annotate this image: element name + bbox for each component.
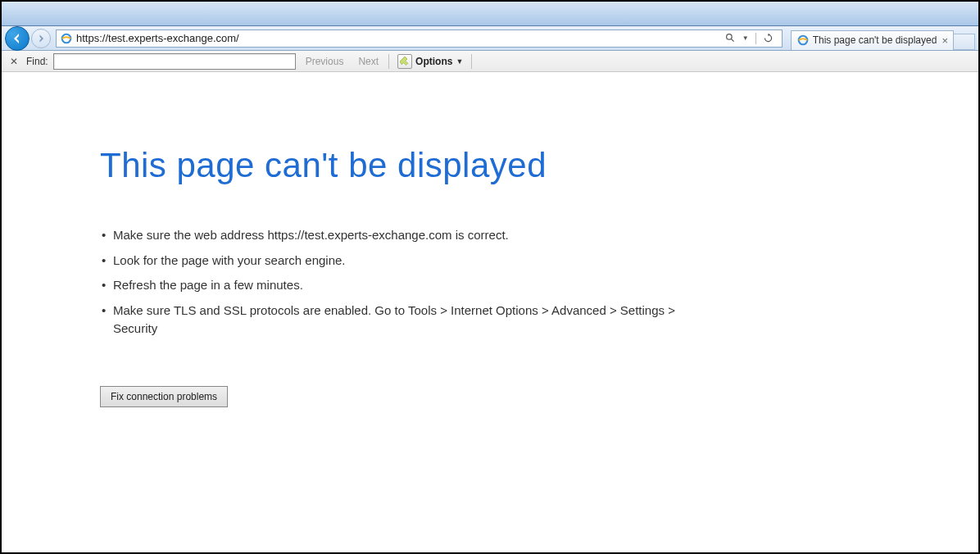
- search-dropdown-icon[interactable]: ▼: [742, 34, 749, 42]
- options-label: Options: [415, 56, 452, 67]
- forward-button[interactable]: [31, 29, 51, 48]
- find-previous-button[interactable]: Previous: [301, 56, 349, 67]
- error-suggestion-list: Make sure the web address https://test.e…: [100, 226, 690, 338]
- list-item: Refresh the page in a few minutes.: [100, 276, 690, 295]
- navigation-bar: https://test.experts-exchange.com/ ▼ Thi…: [2, 26, 978, 51]
- svg-point-1: [726, 34, 732, 40]
- url-text[interactable]: https://test.experts-exchange.com/: [76, 32, 720, 44]
- close-icon[interactable]: ✕: [7, 56, 21, 67]
- error-heading: This page can't be displayed: [100, 146, 978, 185]
- tab-current[interactable]: This page can't be displayed ×: [791, 30, 954, 50]
- separator: [471, 54, 472, 69]
- svg-line-2: [731, 39, 733, 41]
- close-icon[interactable]: ×: [941, 34, 948, 47]
- list-item: Look for the page with your search engin…: [100, 252, 690, 270]
- list-item: Make sure the web address https://test.e…: [100, 226, 690, 245]
- refresh-icon[interactable]: [763, 33, 774, 43]
- address-bar[interactable]: https://test.experts-exchange.com/ ▼: [56, 30, 783, 48]
- find-input[interactable]: [53, 53, 296, 70]
- highlight-icon: [397, 54, 412, 69]
- separator: [388, 54, 389, 69]
- find-bar: ✕ Find: Previous Next Options ▼: [2, 51, 978, 72]
- page-content: This page can't be displayed Make sure t…: [2, 72, 978, 552]
- find-options-button[interactable]: Options ▼: [394, 54, 466, 69]
- chevron-down-icon: ▼: [456, 57, 463, 66]
- window-title-bar: [2, 2, 978, 26]
- tab-strip: This page can't be displayed ×: [791, 27, 975, 50]
- back-button[interactable]: [5, 26, 29, 51]
- find-next-button[interactable]: Next: [353, 56, 383, 67]
- ie-logo-icon: [60, 32, 73, 45]
- search-icon[interactable]: [725, 33, 736, 43]
- new-tab-button[interactable]: [954, 34, 975, 50]
- fix-connection-button[interactable]: Fix connection problems: [100, 386, 228, 407]
- ie-logo-icon: [796, 34, 810, 47]
- tab-title: This page can't be displayed: [813, 34, 937, 46]
- find-label: Find:: [26, 56, 48, 67]
- list-item: Make sure TLS and SSL protocols are enab…: [100, 302, 690, 338]
- separator: [755, 33, 756, 44]
